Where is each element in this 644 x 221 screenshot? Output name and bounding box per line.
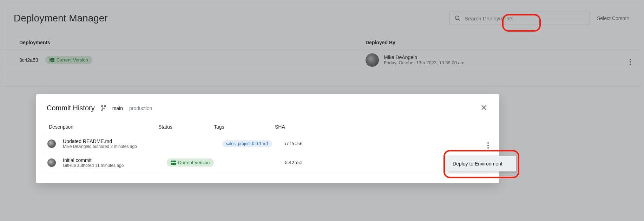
modal-header: Commit History main production <box>36 94 499 119</box>
commit-sha: a7f5c56 <box>283 141 487 146</box>
environment-name[interactable]: production <box>129 105 152 111</box>
svg-point-7 <box>104 105 106 107</box>
modal-title: Commit History <box>47 104 95 112</box>
deploy-to-environment-menu-item[interactable]: Deploy to Environment <box>447 156 516 171</box>
commit-history-modal: Commit History main production Descripti… <box>36 94 499 183</box>
commit-row-actions[interactable] <box>487 139 492 149</box>
avatar <box>47 139 56 148</box>
col-header-sha: SHA <box>275 124 492 130</box>
close-modal-button[interactable] <box>479 102 489 114</box>
svg-point-8 <box>101 110 103 111</box>
col-header-description: Description <box>43 124 158 130</box>
branch-icon <box>101 105 106 111</box>
svg-rect-14 <box>172 163 172 164</box>
svg-rect-13 <box>172 161 172 162</box>
commit-subtitle: Mike DeAngelo authored 2 minutes ago <box>63 144 167 149</box>
commit-row[interactable]: Updated README.md Mike DeAngelo authored… <box>43 134 492 153</box>
col-header-tags: Tags <box>214 124 275 130</box>
commit-title: Updated README.md <box>63 138 167 144</box>
badge-label: Current Version <box>178 160 210 165</box>
close-icon <box>481 105 487 110</box>
avatar <box>47 158 56 167</box>
branch-name[interactable]: main <box>112 105 123 111</box>
current-version-badge: Current Version <box>167 158 214 167</box>
deploy-icon <box>171 161 176 165</box>
more-vertical-icon <box>487 142 489 149</box>
commit-title: Initial commit <box>63 157 167 163</box>
commit-table-head: Description Status Tags SHA <box>43 119 492 134</box>
tag-chip[interactable]: sales_project-0.0.1-rc1 <box>222 140 272 147</box>
col-header-status: Status <box>158 124 214 130</box>
menu-item-label: Deploy to Environment <box>453 161 502 167</box>
commit-subtitle: GitHub authored 11 minutes ago <box>63 163 167 168</box>
svg-point-6 <box>101 105 103 107</box>
commit-row[interactable]: Initial commit GitHub authored 11 minute… <box>43 153 492 172</box>
